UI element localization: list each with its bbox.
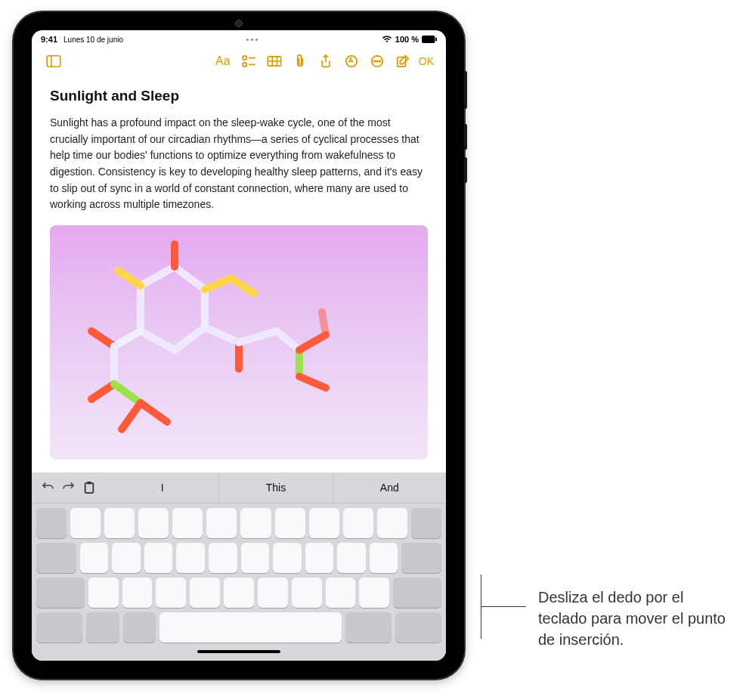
svg-point-14	[373, 60, 375, 62]
suggestion-word-1[interactable]: I	[106, 474, 218, 501]
svg-point-4	[243, 56, 246, 60]
key[interactable]	[337, 543, 366, 573]
numbers-key[interactable]	[36, 612, 82, 643]
callout-text: Desliza el dedo por el teclado para move…	[538, 587, 735, 650]
key[interactable]	[343, 508, 373, 538]
svg-rect-1	[435, 38, 437, 42]
key[interactable]	[241, 543, 270, 573]
callout-leader-line	[484, 575, 525, 576]
key[interactable]	[370, 543, 398, 573]
key[interactable]	[209, 543, 237, 573]
note-content[interactable]: Sunlight and Sleep Sunlight has a profou…	[32, 77, 446, 472]
suggestion-bar: I This And	[32, 472, 446, 503]
home-indicator[interactable]	[197, 650, 280, 653]
status-left: 9:41 Lunes 10 de junio	[41, 35, 123, 44]
key[interactable]	[401, 543, 441, 573]
spacebar[interactable]	[159, 612, 341, 643]
suggestion-words: I This And	[106, 474, 446, 501]
key[interactable]	[144, 543, 173, 573]
note-title[interactable]: Sunlight and Sleep	[50, 88, 428, 104]
compose-icon[interactable]	[390, 51, 416, 71]
svg-rect-2	[47, 56, 60, 67]
multitask-dots[interactable]	[123, 39, 382, 41]
key[interactable]	[104, 508, 135, 538]
numbers-key[interactable]	[345, 612, 392, 643]
suggestion-word-2[interactable]: This	[218, 474, 332, 501]
sidebar-toggle-icon[interactable]	[41, 51, 67, 71]
format-icon[interactable]: Aa	[210, 51, 236, 71]
key[interactable]	[138, 508, 169, 538]
mic-key[interactable]	[123, 612, 156, 643]
battery-percent: 100 %	[395, 35, 419, 44]
markup-icon[interactable]	[339, 51, 364, 71]
svg-rect-19	[87, 482, 91, 485]
key[interactable]	[258, 578, 288, 608]
status-right: 100 %	[382, 35, 437, 44]
front-camera	[235, 20, 243, 27]
key[interactable]	[112, 543, 141, 573]
key[interactable]	[80, 543, 109, 573]
molecule-illustration	[50, 225, 337, 460]
svg-rect-0	[422, 36, 435, 43]
key[interactable]	[36, 508, 67, 538]
volume-up-button[interactable]	[464, 124, 467, 150]
key[interactable]	[240, 508, 271, 538]
toolbar: Aa OK	[32, 45, 446, 77]
suggestion-word-3[interactable]: And	[333, 474, 446, 501]
keyboard[interactable]: I This And	[32, 472, 446, 661]
status-bar: 9:41 Lunes 10 de junio 100 %	[32, 30, 446, 45]
key[interactable]	[172, 508, 203, 538]
globe-key[interactable]	[86, 612, 119, 643]
table-icon[interactable]	[262, 51, 287, 71]
key[interactable]	[36, 543, 76, 573]
key[interactable]	[273, 543, 302, 573]
key[interactable]	[359, 578, 389, 608]
wifi-icon	[382, 35, 392, 44]
done-button[interactable]: OK	[416, 51, 437, 71]
status-time: 9:41	[41, 35, 57, 44]
key[interactable]	[176, 543, 205, 573]
checklist-icon[interactable]	[236, 51, 262, 71]
status-date: Lunes 10 de junio	[63, 36, 123, 44]
key[interactable]	[206, 508, 237, 538]
key[interactable]	[309, 508, 339, 538]
key[interactable]	[190, 578, 220, 608]
svg-point-15	[376, 60, 378, 62]
key[interactable]	[275, 508, 305, 538]
key[interactable]	[122, 578, 153, 608]
volume-down-button[interactable]	[464, 157, 467, 183]
key[interactable]	[88, 578, 119, 608]
attachment-icon[interactable]	[287, 51, 313, 71]
clipboard-icon[interactable]	[83, 481, 97, 494]
key[interactable]	[224, 578, 254, 608]
share-icon[interactable]	[313, 51, 339, 71]
keyboard-keys[interactable]	[32, 503, 446, 661]
key[interactable]	[70, 508, 101, 538]
note-attached-image[interactable]	[50, 225, 428, 460]
key[interactable]	[292, 578, 322, 608]
key[interactable]	[305, 543, 334, 573]
key[interactable]	[411, 508, 441, 538]
key[interactable]	[377, 508, 407, 538]
shift-key[interactable]	[393, 578, 441, 608]
screen: 9:41 Lunes 10 de junio 100 %	[32, 30, 446, 661]
power-button[interactable]	[464, 71, 467, 109]
svg-rect-18	[85, 483, 94, 493]
svg-point-6	[243, 63, 246, 67]
shift-key[interactable]	[36, 578, 85, 608]
key[interactable]	[156, 578, 186, 608]
undo-icon[interactable]	[41, 481, 54, 494]
battery-icon	[422, 36, 437, 43]
ipad-device-frame: 9:41 Lunes 10 de junio 100 %	[14, 12, 464, 679]
svg-point-16	[379, 60, 380, 62]
key[interactable]	[326, 578, 356, 608]
dismiss-keyboard-key[interactable]	[395, 612, 441, 643]
note-body[interactable]: Sunlight has a profound impact on the sl…	[50, 115, 428, 213]
more-icon[interactable]	[364, 51, 390, 71]
redo-icon[interactable]	[62, 481, 76, 494]
